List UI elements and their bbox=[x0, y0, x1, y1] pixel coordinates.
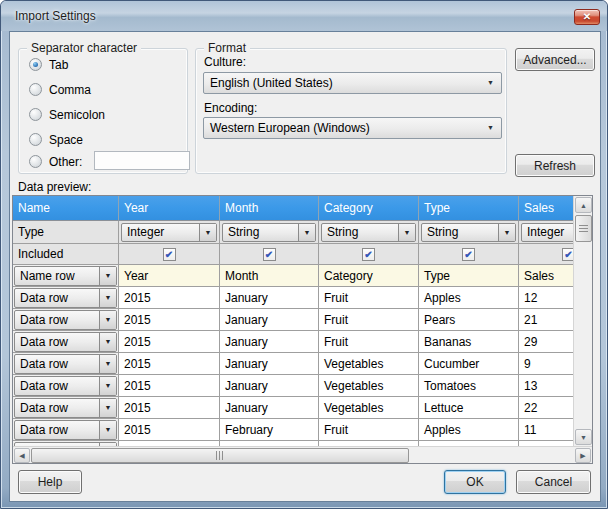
scroll-right-button[interactable]: ▶ bbox=[575, 448, 591, 463]
vertical-scrollbar[interactable]: ▲ ▼ bbox=[573, 196, 592, 446]
cell-month: January bbox=[220, 287, 319, 309]
type-selector-row: Type Integer ▼ String ▼ bbox=[13, 221, 573, 244]
grid-header-row: Name Year Month Category Type Sales bbox=[13, 196, 573, 221]
type-select-category[interactable]: String ▼ bbox=[321, 223, 416, 242]
cell-month: January bbox=[220, 375, 319, 397]
vertical-scrollbar-thumb[interactable] bbox=[575, 215, 592, 242]
culture-value: English (United States) bbox=[204, 76, 333, 90]
horizontal-scrollbar[interactable]: ◀ ▶ bbox=[13, 446, 592, 463]
close-icon: ✕ bbox=[583, 11, 591, 22]
row-type-select[interactable]: Data row ▼ bbox=[14, 354, 117, 374]
type-select-month[interactable]: String ▼ bbox=[222, 223, 316, 242]
radio-semicolon-label: Semicolon bbox=[49, 108, 105, 122]
column-header-year: Year bbox=[119, 196, 220, 221]
cell-month: February bbox=[220, 419, 319, 441]
radio-button-icon[interactable] bbox=[29, 58, 42, 71]
chevron-down-icon[interactable]: ▼ bbox=[99, 311, 116, 329]
refresh-button[interactable]: Refresh bbox=[515, 154, 595, 177]
radio-other-label: Other: bbox=[49, 155, 82, 169]
cell-type: Bananas bbox=[419, 331, 519, 353]
chevron-down-icon[interactable]: ▼ bbox=[99, 399, 116, 417]
cell-type: Pears bbox=[419, 309, 519, 331]
separator-character-group: Separator character Tab Comma Semicolon … bbox=[18, 48, 188, 174]
horizontal-scrollbar-thumb[interactable] bbox=[31, 448, 409, 463]
close-button[interactable]: ✕ bbox=[574, 9, 600, 25]
included-checkbox-type[interactable]: ✔ bbox=[462, 248, 475, 261]
cell-sales: 11 bbox=[519, 419, 573, 441]
title-bar[interactable]: Import Settings ✕ bbox=[1, 1, 607, 31]
chevron-down-icon[interactable]: ▼ bbox=[498, 224, 515, 241]
type-row-label: Type bbox=[13, 221, 119, 244]
row-type-select[interactable]: Data row ▼ bbox=[14, 332, 117, 352]
included-checkbox-sales[interactable]: ✔ bbox=[562, 248, 573, 261]
column-header-sales: Sales bbox=[519, 196, 573, 221]
included-checkbox-category[interactable]: ✔ bbox=[362, 248, 375, 261]
radio-space-label: Space bbox=[49, 133, 83, 147]
cancel-button[interactable]: Cancel bbox=[516, 470, 591, 494]
type-select-year[interactable]: Integer ▼ bbox=[121, 223, 217, 242]
thumb-grip bbox=[216, 451, 224, 460]
cell-month: Month bbox=[220, 265, 319, 287]
chevron-down-icon[interactable]: ▼ bbox=[99, 267, 116, 285]
type-select-type[interactable]: String ▼ bbox=[421, 223, 516, 242]
arrow-right-icon: ▶ bbox=[580, 452, 585, 460]
chevron-down-icon[interactable]: ▼ bbox=[99, 355, 116, 373]
radio-comma-label: Comma bbox=[49, 83, 91, 97]
ok-button[interactable]: OK bbox=[444, 470, 506, 494]
included-checkbox-year[interactable]: ✔ bbox=[163, 248, 176, 261]
cell-category: Category bbox=[319, 265, 419, 287]
type-select-sales[interactable]: Integer ▼ bbox=[521, 223, 573, 242]
column-header-type: Type bbox=[419, 196, 519, 221]
radio-other[interactable]: Other: bbox=[29, 154, 82, 169]
scroll-left-button[interactable]: ◀ bbox=[14, 448, 30, 463]
chevron-down-icon[interactable]: ▼ bbox=[99, 421, 116, 439]
cell-category: Fruit bbox=[319, 287, 419, 309]
cell-year: 2015 bbox=[119, 287, 220, 309]
arrow-down-icon: ▼ bbox=[580, 434, 587, 441]
cell-category: Fruit bbox=[319, 331, 419, 353]
chevron-down-icon[interactable]: ▼ bbox=[99, 377, 116, 395]
cell-sales: 9 bbox=[519, 353, 573, 375]
cell-year: 2015 bbox=[119, 375, 220, 397]
row-type-select[interactable]: Data row ▼ bbox=[14, 310, 117, 330]
advanced-button[interactable]: Advanced... bbox=[515, 48, 595, 71]
chevron-down-icon[interactable]: ▼ bbox=[199, 224, 216, 241]
scroll-down-button[interactable]: ▼ bbox=[575, 429, 592, 445]
culture-select[interactable]: English (United States) ▼ bbox=[203, 72, 502, 94]
radio-tab-label: Tab bbox=[49, 58, 68, 72]
cell-type: Lettuce bbox=[419, 397, 519, 419]
radio-button-icon[interactable] bbox=[29, 108, 42, 121]
chevron-down-icon[interactable]: ▼ bbox=[99, 289, 116, 307]
radio-button-icon[interactable] bbox=[29, 133, 42, 146]
radio-button-icon[interactable] bbox=[29, 83, 42, 96]
row-type-select[interactable]: Data row ▼ bbox=[14, 288, 117, 308]
row-type-select[interactable]: Data row ▼ bbox=[14, 420, 117, 440]
encoding-select[interactable]: Western European (Windows) ▼ bbox=[203, 117, 502, 139]
cell-year: 2015 bbox=[119, 353, 220, 375]
radio-button-icon[interactable] bbox=[29, 155, 42, 168]
row-type-select[interactable]: Data row ▼ bbox=[14, 398, 117, 418]
table-row: Name row ▼ Year Month Category Type Sale… bbox=[13, 265, 573, 287]
help-button[interactable]: Help bbox=[18, 470, 82, 494]
check-icon: ✔ bbox=[464, 249, 472, 260]
radio-tab[interactable]: Tab bbox=[29, 57, 68, 72]
cell-type: Apples bbox=[419, 419, 519, 441]
included-row-label: Included bbox=[13, 244, 119, 265]
included-checkbox-month[interactable]: ✔ bbox=[263, 248, 276, 261]
cell-type: Cucumber bbox=[419, 353, 519, 375]
table-row: Data row ▼ 2015 January Fruit Pears 21 bbox=[13, 309, 573, 331]
other-separator-input[interactable] bbox=[94, 151, 190, 170]
radio-comma[interactable]: Comma bbox=[29, 82, 91, 97]
cell-year: 2015 bbox=[119, 331, 220, 353]
row-type-select[interactable]: Data row ▼ bbox=[14, 376, 117, 396]
chevron-down-icon[interactable]: ▼ bbox=[298, 224, 315, 241]
scroll-up-button[interactable]: ▲ bbox=[575, 197, 592, 213]
table-row: Data row ▼ 2015 January Vegetables Lettu… bbox=[13, 397, 573, 419]
radio-semicolon[interactable]: Semicolon bbox=[29, 107, 105, 122]
radio-space[interactable]: Space bbox=[29, 132, 83, 147]
chevron-down-icon: ▼ bbox=[487, 124, 494, 131]
chevron-down-icon[interactable]: ▼ bbox=[398, 224, 415, 241]
cell-year: 2015 bbox=[119, 309, 220, 331]
chevron-down-icon[interactable]: ▼ bbox=[99, 333, 116, 351]
row-type-select[interactable]: Name row ▼ bbox=[14, 266, 117, 286]
